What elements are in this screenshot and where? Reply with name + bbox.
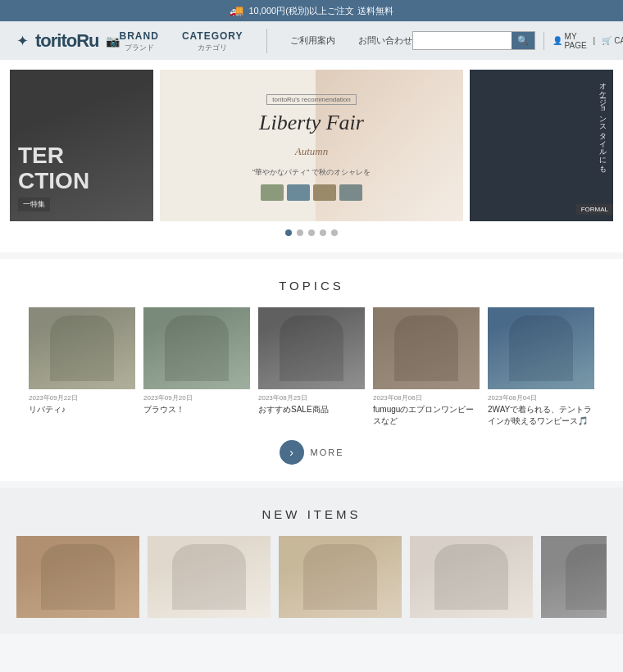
topic-date-1: 2023年09月22日 [29,393,135,402]
new-items-title: NEW ITEMS [16,507,607,521]
topic-img-1 [29,307,135,389]
new-item-img-1 [16,536,139,618]
slide-1-text-line1: TER [18,143,89,169]
slide-3[interactable]: オケージョンスタイルにも FORMAL [470,70,613,221]
topic-date-5: 2023年08月04日 [488,393,594,402]
topic-title-2: ブラウス！ [143,404,250,415]
topic-img-5 [488,307,594,389]
more-button-wrap: › MORE [16,440,607,465]
hero-slider: TER CTION 一特集 toritoRu's recommendation … [0,60,623,252]
search-input[interactable] [413,34,512,48]
instagram-icon[interactable]: 📷 [106,34,120,48]
new-item-4[interactable] [410,536,533,618]
topic-title-1: リバティ♪ [29,404,135,415]
new-item-2[interactable] [148,536,271,618]
slide-2-title: Liberty Fair Autumn [252,110,371,161]
nav-contact[interactable]: お問い合わせ [358,34,412,47]
header-left: ✦ toritoRu 📷 [16,30,120,52]
topic-date-3: 2023年08月25日 [258,393,365,402]
topics-title: TOPICS [16,279,607,293]
topic-img-3 [258,307,365,389]
more-button[interactable]: › [280,440,304,465]
slide-1-text-line2: CTION [18,169,89,194]
slide-2-swatches [252,184,371,201]
topic-card-4[interactable]: 2023年08月06日 fumuguのエプロンワンピースなど [373,307,480,427]
new-item-img-3 [279,536,402,618]
nav-guide[interactable]: ご利用案内 [290,34,335,47]
slide-1-badge: 一特集 [18,198,50,211]
slider-grid: TER CTION 一特集 toritoRu's recommendation … [10,70,613,221]
swatch-2[interactable] [287,184,310,201]
search-box[interactable]: 🔍 [412,31,535,50]
more-label: MORE [311,447,344,457]
dot-4[interactable] [320,229,326,236]
cart-icon: 🛒 [602,36,612,45]
topic-title-3: おすすめSALE商品 [258,404,365,415]
topics-section: TOPICS 2023年09月22日 リバティ♪ 2023年09月20日 ブラウ… [0,259,623,481]
slide-2-title-line1: Liberty Fair [259,111,364,134]
topic-card-3[interactable]: 2023年08月25日 おすすめSALE商品 [258,307,365,427]
slider-dots [10,229,613,236]
topic-date-2: 2023年09月20日 [143,393,250,402]
nav-category[interactable]: CATEGORY カテゴリ [182,28,243,53]
nav-brand[interactable]: BRAND ブランド [120,28,159,53]
dot-2[interactable] [297,229,303,236]
new-item-img-5 [541,536,607,618]
banner-text: 10,000円(税別)以上ご注文 送料無料 [248,5,393,17]
slide-1[interactable]: TER CTION 一特集 [10,70,153,221]
new-items-section: NEW ITEMS [0,488,623,634]
topic-img-2 [143,307,250,389]
slide-2-content: toritoRu's recommendation Liberty Fair A… [252,90,371,201]
nav-divider [266,29,267,53]
new-items-grid [16,536,607,618]
slide-1-overlay: TER CTION 一特集 [18,143,89,211]
logo[interactable]: toritoRu [35,30,99,52]
user-icon: 👤 [553,36,562,45]
slide-3-badge: FORMAL [576,204,613,215]
topic-card-2[interactable]: 2023年09月20日 ブラウス！ [143,307,250,427]
swatch-3[interactable] [313,184,336,201]
cart-link[interactable]: 🛒 CART [602,36,623,45]
logo-bird-icon: ✦ [16,32,29,50]
dot-5[interactable] [331,229,338,236]
topic-date-4: 2023年08月06日 [373,393,480,402]
topic-img-4 [373,307,480,389]
user-links: 👤 MY PAGE | 🛒 CART [543,32,623,50]
topic-card-5[interactable]: 2023年08月04日 2WAYで着られる、テントラインが映えるワンピース🎵 [488,307,594,427]
dot-3[interactable] [308,229,315,236]
new-item-img-2 [148,536,271,618]
dot-1[interactable] [285,229,292,236]
slide-2-title-line2: Autumn [295,145,328,157]
main-nav: BRAND ブランド CATEGORY カテゴリ ご利用案内 お問い合わせ [120,28,412,53]
new-item-5[interactable] [541,536,607,618]
new-item-img-4 [410,536,533,618]
swatch-4[interactable] [339,184,362,201]
new-item-3[interactable] [279,536,402,618]
topic-card-1[interactable]: 2023年09月22日 リバティ♪ [29,307,135,427]
topics-grid: 2023年09月22日 リバティ♪ 2023年09月20日 ブラウス！ 2023… [16,307,607,427]
slide-3-text: オケージョンスタイルにも [598,78,609,168]
swatch-1[interactable] [261,184,284,201]
mypage-link[interactable]: 👤 MY PAGE [553,32,587,50]
truck-icon: 🚚 [230,4,243,17]
slide-2-brand-label: toritoRu's recommendation [266,94,356,105]
slide-2[interactable]: toritoRu's recommendation Liberty Fair A… [160,70,463,221]
search-button[interactable]: 🔍 [512,32,534,49]
header-right: 🔍 👤 MY PAGE | 🛒 CART [412,31,623,50]
header: ✦ toritoRu 📷 BRAND ブランド CATEGORY カテゴリ ご利… [0,21,623,60]
top-banner: 🚚 10,000円(税別)以上ご注文 送料無料 [0,0,623,21]
slide-2-desc: "華やかなパティ" で秋のオシャレを [252,167,371,178]
new-item-1[interactable] [16,536,139,618]
topic-title-4: fumuguのエプロンワンピースなど [373,404,480,427]
topic-title-5: 2WAYで着られる、テントラインが映えるワンピース🎵 [488,404,594,427]
